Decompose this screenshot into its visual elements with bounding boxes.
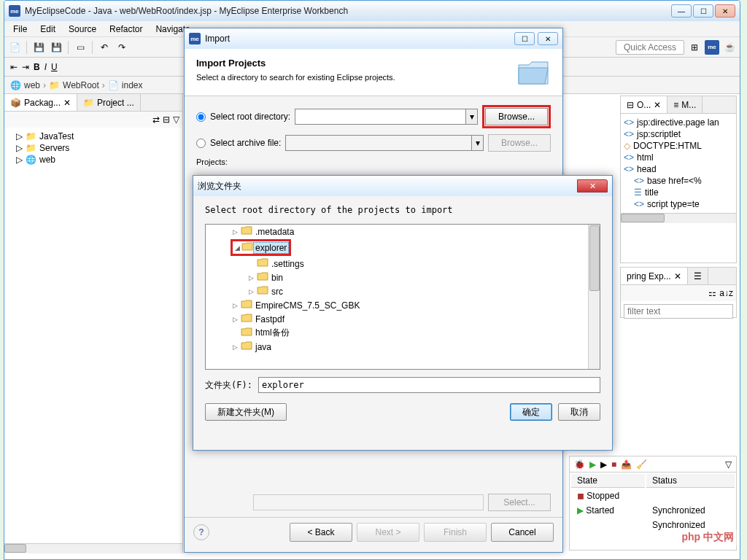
expand-icon[interactable]: ▷ bbox=[247, 288, 255, 295]
view-menu-icon[interactable]: ▽ bbox=[173, 114, 179, 125]
breadcrumb-web[interactable]: web bbox=[24, 80, 40, 90]
archive-combo[interactable]: ▾ bbox=[285, 135, 484, 151]
folder-tree[interactable]: ▷.metadata◢explorer.settings▷bin▷src▷Emp… bbox=[205, 224, 600, 370]
filter-icon[interactable]: ⚏ bbox=[708, 288, 716, 298]
run-icon[interactable]: ▶ bbox=[589, 459, 596, 470]
perspective-icon[interactable]: ⊞ bbox=[687, 40, 702, 55]
folder-tree-item[interactable]: html备份 bbox=[206, 326, 600, 340]
outline-item[interactable]: <>jsp:scriptlet bbox=[624, 128, 733, 140]
back-button[interactable]: < Back bbox=[290, 523, 352, 542]
tree-servers[interactable]: ▷📁Servers bbox=[7, 142, 179, 154]
server-row[interactable]: ▶ StartedSynchronized bbox=[571, 504, 735, 517]
tab-other[interactable]: ☰ bbox=[688, 268, 708, 284]
expand-icon[interactable]: ▷ bbox=[231, 228, 239, 236]
outline-item[interactable]: <>html bbox=[624, 152, 733, 163]
folder-label[interactable]: EmpireCMS_7.5_SC_GBK bbox=[254, 300, 361, 311]
tab-package-explorer[interactable]: 📦 Packag... ✕ bbox=[4, 94, 77, 111]
breadcrumb-index[interactable]: index bbox=[122, 80, 143, 90]
help-icon[interactable]: ? bbox=[193, 524, 209, 540]
save-icon[interactable]: 💾 bbox=[31, 40, 46, 55]
link-icon[interactable]: ⇄ bbox=[152, 114, 160, 125]
browse-root-button[interactable]: Browse... bbox=[485, 108, 548, 125]
project-tree[interactable]: ▷📁JavaTest ▷📁Servers ▷🌐web bbox=[4, 128, 182, 543]
save-all-icon[interactable]: 💾 bbox=[49, 40, 63, 55]
tree-javatest[interactable]: ▷📁JavaTest bbox=[7, 131, 179, 142]
expand-icon[interactable]: ▷ bbox=[231, 316, 239, 323]
folder-label[interactable]: src bbox=[270, 287, 285, 297]
expand-icon[interactable]: ◢ bbox=[233, 244, 241, 252]
browse-cancel-button[interactable]: 取消 bbox=[558, 403, 600, 421]
outline-item[interactable]: <>jsp:directive.page lan bbox=[624, 117, 733, 128]
expand-icon[interactable]: ▷ bbox=[231, 343, 239, 351]
spring-filter-input[interactable] bbox=[624, 304, 733, 319]
import-maximize-button[interactable]: ☐ bbox=[514, 32, 535, 45]
clean-icon[interactable]: 🧹 bbox=[636, 459, 647, 470]
new-icon[interactable]: 📄 bbox=[7, 40, 22, 55]
collapse-icon[interactable]: ⊟ bbox=[163, 114, 170, 125]
folder-tree-item[interactable]: ▷.metadata bbox=[206, 225, 600, 238]
stop-icon[interactable]: ■ bbox=[611, 459, 616, 470]
folder-label[interactable]: bin bbox=[270, 273, 285, 283]
horizontal-scrollbar[interactable] bbox=[4, 543, 182, 553]
underline-icon[interactable]: U bbox=[51, 62, 58, 72]
outline-item[interactable]: <>script type=te bbox=[624, 198, 733, 210]
cancel-button[interactable]: Cancel bbox=[491, 523, 554, 542]
menu-edit[interactable]: Edit bbox=[34, 23, 61, 36]
sort-icon[interactable]: a↓z bbox=[719, 288, 733, 298]
import-close-button[interactable]: ✕ bbox=[538, 32, 558, 45]
me-perspective-icon[interactable]: me bbox=[705, 40, 719, 55]
menu-refactor[interactable]: Refactor bbox=[104, 23, 148, 36]
folder-tree-item[interactable]: ▷Fastpdf bbox=[206, 312, 600, 326]
col-state[interactable]: State bbox=[571, 474, 645, 488]
folder-tree-item[interactable]: ▷java bbox=[206, 340, 600, 354]
tab-spring-explorer[interactable]: pring Exp... ✕ bbox=[621, 268, 688, 284]
folder-tree-item[interactable]: ▷src bbox=[206, 284, 600, 298]
root-dir-combo[interactable]: ▾ bbox=[295, 109, 478, 125]
outline-item[interactable]: ☰title bbox=[624, 187, 733, 198]
path-input[interactable] bbox=[258, 377, 600, 393]
close-button[interactable]: ✕ bbox=[715, 4, 735, 18]
java-perspective-icon[interactable]: ☕ bbox=[722, 40, 737, 55]
debug-icon[interactable]: 🐞 bbox=[574, 459, 585, 470]
outdent-icon[interactable]: ⇤ bbox=[10, 62, 18, 72]
col-status[interactable]: Status bbox=[646, 474, 735, 488]
folder-label[interactable]: explorer bbox=[253, 242, 289, 254]
tab-project-explorer[interactable]: 📁 Project ... bbox=[77, 94, 141, 111]
breadcrumb-webroot[interactable]: WebRoot bbox=[63, 80, 99, 90]
outline-item[interactable]: <>base href=<% bbox=[624, 175, 733, 187]
outline-scrollbar[interactable] bbox=[621, 213, 736, 223]
archive-radio[interactable] bbox=[196, 139, 206, 148]
new-folder-button[interactable]: 新建文件夹(M) bbox=[205, 403, 287, 421]
expand-icon[interactable]: ▷ bbox=[231, 302, 239, 309]
tree-web[interactable]: ▷🌐web bbox=[7, 154, 179, 166]
quick-access-input[interactable]: Quick Access bbox=[616, 40, 684, 55]
bold-icon[interactable]: B bbox=[34, 62, 40, 72]
menu-file[interactable]: File bbox=[7, 23, 33, 36]
browse-close-button[interactable]: ✕ bbox=[577, 179, 608, 192]
folder-tree-item[interactable]: ▷EmpireCMS_7.5_SC_GBK bbox=[206, 298, 600, 312]
outline-item[interactable]: <>head bbox=[624, 163, 733, 175]
maximize-button[interactable]: ☐ bbox=[693, 4, 713, 18]
tab-minimap[interactable]: ≡ M... bbox=[667, 96, 703, 113]
minimize-button[interactable]: — bbox=[671, 4, 692, 18]
folder-tree-item[interactable]: .settings bbox=[206, 257, 600, 271]
expand-icon[interactable]: ▷ bbox=[247, 274, 255, 281]
folder-label[interactable]: Fastpdf bbox=[254, 314, 286, 324]
undo-icon[interactable]: ↶ bbox=[97, 40, 112, 55]
view-menu-icon[interactable]: ▽ bbox=[725, 459, 732, 470]
folder-tree-item[interactable]: ▷bin bbox=[206, 271, 600, 284]
indent-icon[interactable]: ⇥ bbox=[22, 62, 29, 72]
folder-label[interactable]: java bbox=[254, 342, 273, 352]
folder-label[interactable]: .metadata bbox=[254, 227, 295, 237]
chevron-down-icon[interactable]: ▾ bbox=[465, 109, 477, 124]
italic-icon[interactable]: I bbox=[44, 62, 47, 72]
redo-icon[interactable]: ↷ bbox=[115, 40, 129, 55]
ok-button[interactable]: 确定 bbox=[510, 403, 552, 421]
menu-source[interactable]: Source bbox=[63, 23, 102, 36]
folder-label[interactable]: html备份 bbox=[254, 327, 291, 339]
profile-icon[interactable]: ▶ bbox=[600, 459, 607, 470]
toggle-icon[interactable]: ▭ bbox=[73, 40, 88, 55]
publish-icon[interactable]: 📤 bbox=[621, 459, 632, 470]
tree-scrollbar[interactable] bbox=[588, 225, 600, 369]
tab-outline[interactable]: ⊟ O... ✕ bbox=[621, 96, 667, 113]
